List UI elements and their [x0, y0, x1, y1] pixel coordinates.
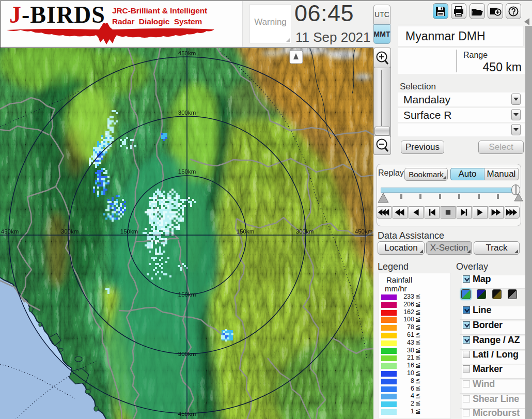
svg-text:300km: 300km	[178, 110, 196, 116]
svg-text:150km: 150km	[178, 291, 196, 298]
svg-text:150km: 150km	[237, 228, 255, 235]
svg-text:450km: 450km	[1, 228, 19, 235]
svg-text:450km: 450km	[178, 50, 196, 56]
svg-text:300km: 300km	[296, 228, 314, 235]
svg-text:150km: 150km	[120, 228, 138, 235]
svg-text:150km: 150km	[178, 168, 196, 175]
svg-text:450km: 450km	[178, 411, 196, 417]
svg-text:450km: 450km	[355, 228, 373, 235]
svg-text:300km: 300km	[61, 228, 79, 235]
svg-text:300km: 300km	[178, 351, 196, 357]
